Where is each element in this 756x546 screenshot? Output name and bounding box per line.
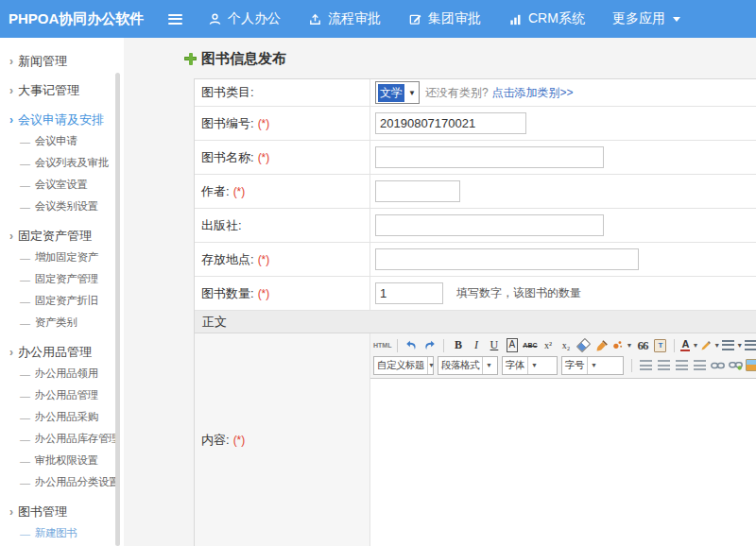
toolbar-separator (631, 359, 632, 372)
underline-button[interactable]: U (486, 337, 502, 354)
sidebar-item-meeting-list[interactable]: —会议列表及审批 (0, 152, 124, 174)
sidebar-item-meeting-room[interactable]: —会议室设置 (0, 174, 124, 196)
book-code-input[interactable] (375, 112, 526, 134)
highlight-button[interactable]: ▼ (700, 337, 720, 354)
sidebar-item-supplies-purchase[interactable]: —办公用品采购 (0, 406, 124, 428)
nav-personal-office[interactable]: 个人办公 (208, 10, 281, 27)
unordered-list-icon (745, 340, 756, 350)
form-row-name: 图书名称:(*) (195, 141, 756, 175)
undo-button[interactable] (404, 337, 420, 354)
html-source-button[interactable]: HTML (373, 337, 391, 354)
heading-select[interactable]: 自定义标题▼ (373, 356, 434, 375)
sidebar-item-meeting-apply[interactable]: —会议申请 (0, 130, 124, 152)
strikethrough-button[interactable]: ABC (522, 337, 538, 354)
sidebar-item-book-new[interactable]: —新建图书 (0, 522, 124, 544)
eraser-button[interactable] (576, 337, 592, 354)
clear-format-button[interactable] (593, 337, 610, 354)
sidebar-item-supplies-claim[interactable]: —办公用品领用 (0, 363, 124, 384)
editor-content-area[interactable] (370, 379, 756, 546)
caret-down-icon: ▼ (692, 342, 698, 349)
flow-approval-icon (308, 12, 322, 26)
required-mark: (*) (258, 151, 270, 164)
quantity-hint: 填写数字，该图书的数量 (456, 285, 581, 301)
font-color-button[interactable]: A▼ (680, 337, 698, 354)
sidebar-item-events[interactable]: ›大事记管理 (0, 79, 124, 101)
eraser-icon (576, 338, 592, 353)
redo-button[interactable] (421, 337, 438, 354)
author-input[interactable] (375, 180, 460, 202)
form-row-location: 存放地点:(*) (195, 243, 756, 277)
toolbar-row-2: 自定义标题▼ 段落格式▼ 字体▼ 字号▼ (373, 355, 756, 375)
font-border-button[interactable]: A (507, 338, 519, 352)
font-family-select[interactable]: 字体▼ (502, 356, 558, 375)
image-button[interactable] (746, 357, 756, 374)
align-center-icon (658, 360, 670, 370)
link-button[interactable] (710, 357, 726, 374)
hamburger-menu-icon[interactable] (168, 14, 182, 25)
nav-group-approval[interactable]: 集团审批 (408, 10, 481, 27)
form-row-category: 图书类目: 文学 ▼ 还没有类别? 点击添加类别>> (195, 79, 756, 107)
no-category-hint: 还没有类别? (425, 85, 489, 101)
align-justify-button[interactable] (692, 357, 708, 374)
page-title: 图书信息发布 (184, 50, 756, 67)
sidebar-item-meeting-category[interactable]: —会议类别设置 (0, 196, 124, 217)
superscript-button[interactable]: x² (540, 337, 556, 354)
paste-as-text-button[interactable]: T (652, 337, 668, 354)
blockquote-button[interactable]: 66 (634, 337, 650, 354)
clipboard-icon: T (654, 339, 666, 352)
location-input[interactable] (375, 248, 639, 270)
book-name-input[interactable] (375, 146, 604, 168)
caret-down-icon: ▼ (626, 342, 632, 349)
sidebar-item-news[interactable]: ›新闻管理 (0, 50, 124, 72)
caret-down-icon (673, 17, 680, 22)
subscript-button[interactable]: x₂ (558, 337, 574, 354)
align-left-button[interactable] (638, 357, 654, 374)
bold-button[interactable]: B (450, 337, 466, 354)
unlink-button[interactable] (728, 357, 744, 374)
chevron-right-icon: › (9, 55, 13, 68)
dash-icon: — (20, 434, 30, 445)
dash-icon: — (20, 252, 30, 264)
sidebar-item-asset-add[interactable]: —增加固定资产 (0, 247, 124, 268)
sidebar-item-supplies-category[interactable]: —办公用品分类设置 (0, 471, 124, 493)
format-painter-button[interactable]: ▼ (611, 337, 632, 354)
italic-button[interactable]: I (468, 337, 484, 354)
sidebar-item-asset-depreciation[interactable]: —固定资产折旧 (0, 290, 124, 312)
nav-crm[interactable]: CRM系统 (508, 10, 585, 27)
sidebar-item-books-group[interactable]: ›图书管理 (0, 501, 124, 522)
chevron-right-icon: › (9, 113, 13, 127)
sidebar-item-asset-manage[interactable]: —固定资产管理 (0, 268, 124, 290)
align-center-button[interactable] (656, 357, 672, 374)
paragraph-format-select[interactable]: 段落格式▼ (438, 356, 498, 375)
dash-icon: — (20, 390, 30, 401)
topbar: PHPOA协同办公软件 个人办公 流程审批 集团审批 CRM系统 更多应用 (0, 0, 756, 38)
sidebar-item-assets-group[interactable]: ›固定资产管理 (0, 225, 124, 247)
publisher-input[interactable] (375, 214, 604, 236)
font-color-icon: A (680, 340, 690, 351)
category-select[interactable]: 文学 ▼ (375, 81, 420, 104)
sidebar-item-supplies-manage[interactable]: —办公用品管理 (0, 384, 124, 406)
edit-square-icon (408, 12, 422, 26)
align-right-button[interactable] (674, 357, 690, 374)
plus-icon (184, 53, 197, 65)
sidebar: ›新闻管理 ›大事记管理 ›会议申请及安排 —会议申请 —会议列表及审批 —会议… (0, 38, 124, 546)
dash-icon: — (20, 455, 30, 467)
dash-icon: — (20, 136, 30, 147)
editor-toolbar: HTML B I U A ABC x² x₂ (370, 333, 756, 379)
font-size-select[interactable]: 字号▼ (561, 356, 624, 375)
sidebar-item-supplies-stock[interactable]: —办公用品库存管理 (0, 428, 124, 450)
sidebar-item-asset-category[interactable]: —资产类别 (0, 312, 124, 333)
required-mark: (*) (233, 185, 246, 198)
nav-flow-approval[interactable]: 流程审批 (308, 10, 381, 27)
sidebar-scrollbar[interactable] (115, 73, 120, 546)
ordered-list-button[interactable]: ▼ (722, 337, 743, 354)
sidebar-item-supplies-group[interactable]: ›办公用品管理 (0, 341, 124, 363)
sidebar-item-meeting-group[interactable]: ›会议申请及安排 (0, 109, 124, 130)
unlink-icon (729, 360, 743, 371)
unordered-list-button[interactable]: ▼ (745, 337, 756, 354)
sidebar-item-approval-permission[interactable]: —审批权限设置 (0, 450, 124, 471)
chevron-right-icon: › (9, 230, 13, 243)
add-category-link[interactable]: 点击添加类别>> (492, 85, 574, 101)
nav-more-apps[interactable]: 更多应用 (612, 10, 680, 27)
quantity-input[interactable] (375, 282, 443, 304)
